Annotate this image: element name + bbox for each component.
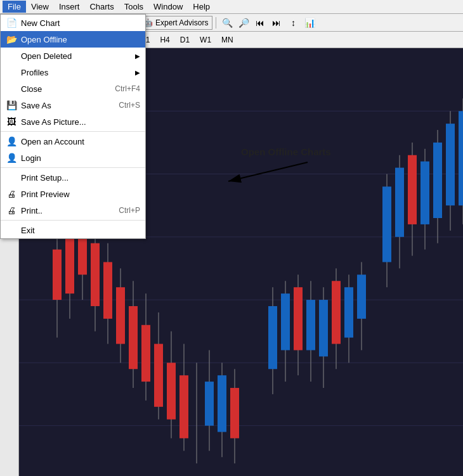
sep-after-print <box>1 220 145 221</box>
close-shortcut: Ctrl+F4 <box>115 84 140 93</box>
new-chart-icon: 📄 <box>6 17 17 29</box>
svg-rect-59 <box>421 162 429 224</box>
print-icon: 🖨 <box>6 205 17 216</box>
print-label: Print.. <box>21 206 42 215</box>
profiles-arrow: ▶ <box>135 69 140 76</box>
print-setup-label: Print Setup... <box>21 173 68 183</box>
svg-rect-27 <box>154 344 163 407</box>
svg-rect-61 <box>433 143 442 218</box>
svg-rect-25 <box>129 306 138 369</box>
svg-rect-28 <box>167 363 176 419</box>
svg-rect-39 <box>281 293 290 350</box>
exit-icon <box>6 224 17 236</box>
svg-rect-37 <box>268 306 277 369</box>
print-setup-icon <box>6 172 17 183</box>
menu-item-profiles[interactable]: Profiles ▶ <box>1 64 145 80</box>
svg-rect-57 <box>408 155 417 224</box>
open-deleted-arrow: ▶ <box>135 53 140 60</box>
open-account-label: Open an Account <box>21 137 84 146</box>
svg-rect-29 <box>179 375 188 438</box>
print-preview-icon: 🖨 <box>6 188 17 200</box>
menu-item-login[interactable]: 👤 Login <box>1 150 145 166</box>
profiles-icon <box>6 67 17 78</box>
save-as-shortcut: Ctrl+S <box>119 101 140 110</box>
svg-rect-55 <box>395 168 404 237</box>
svg-rect-43 <box>306 300 315 350</box>
menu-item-print-setup[interactable]: Print Setup... <box>1 169 145 186</box>
menu-charts[interactable]: Charts <box>84 1 119 13</box>
open-offline-label: Open Offline <box>21 35 67 44</box>
svg-rect-19 <box>53 250 62 300</box>
menu-item-save-as[interactable]: 💾 Save As Ctrl+S <box>1 97 145 113</box>
exit-label: Exit <box>21 226 35 235</box>
svg-rect-35 <box>230 388 239 438</box>
print-preview-label: Print Preview <box>21 190 70 199</box>
save-as-icon: 💾 <box>6 100 17 111</box>
svg-rect-41 <box>294 287 303 350</box>
menu-item-new-chart[interactable]: 📄 New Chart <box>1 15 145 31</box>
svg-rect-49 <box>344 287 353 337</box>
close-icon <box>6 83 17 94</box>
tf-w1[interactable]: W1 <box>196 34 215 46</box>
open-deleted-icon <box>6 50 17 61</box>
menu-item-print-preview[interactable]: 🖨 Print Preview <box>1 186 145 202</box>
menu-help[interactable]: Help <box>188 1 215 13</box>
menu-item-save-as-picture[interactable]: 🖼 Save As Picture... <box>1 113 145 130</box>
save-as-picture-label: Save As Picture... <box>21 117 86 127</box>
svg-rect-33 <box>218 375 226 432</box>
tf-h4[interactable]: H4 <box>156 34 173 46</box>
sep-after-login <box>1 167 145 168</box>
svg-rect-31 <box>205 382 214 425</box>
svg-rect-22 <box>91 243 100 306</box>
profiles-label: Profiles <box>21 68 48 77</box>
menu-item-open-offline[interactable]: 📂 Open Offline <box>1 31 145 48</box>
login-icon: 👤 <box>6 152 17 164</box>
sep3 <box>216 17 216 29</box>
menu-tools[interactable]: Tools <box>119 1 148 13</box>
menu-item-open-deleted[interactable]: Open Deleted ▶ <box>1 48 145 64</box>
arrows-icon[interactable]: ↕ <box>285 16 301 30</box>
svg-rect-65 <box>459 111 463 205</box>
open-offline-icon: 📂 <box>6 34 17 45</box>
file-dropdown-menu: 📄 New Chart 📂 Open Offline Open Deleted … <box>0 14 146 239</box>
menu-item-print[interactable]: 🖨 Print.. Ctrl+P <box>1 202 145 219</box>
sep-after-save-picture <box>1 131 145 132</box>
tf-mn[interactable]: MN <box>218 34 237 46</box>
menu-insert[interactable]: Insert <box>54 1 85 13</box>
svg-rect-53 <box>382 186 391 262</box>
period-icon[interactable]: 📊 <box>302 16 317 30</box>
svg-rect-63 <box>446 124 455 205</box>
svg-rect-24 <box>116 287 125 344</box>
print-shortcut: Ctrl+P <box>119 206 140 215</box>
tf-d1[interactable]: D1 <box>176 34 193 46</box>
menu-bar: File View Insert Charts Tools Window Hel… <box>0 0 463 14</box>
menu-item-open-account[interactable]: 👤 Open an Account <box>1 133 145 150</box>
chart-right-icon[interactable]: ⏭ <box>269 16 284 30</box>
svg-rect-51 <box>357 274 366 318</box>
chart-left-icon[interactable]: ⏮ <box>252 16 268 30</box>
new-chart-label: New Chart <box>21 18 60 28</box>
open-deleted-label: Open Deleted <box>21 51 72 61</box>
save-as-picture-icon: 🖼 <box>6 116 17 127</box>
close-label: Close <box>21 84 42 94</box>
svg-rect-45 <box>319 300 328 356</box>
ea-label: Expert Advisors <box>155 18 208 27</box>
menu-item-exit[interactable]: Exit <box>1 222 145 238</box>
svg-rect-20 <box>65 237 74 293</box>
menu-view[interactable]: View <box>26 1 54 13</box>
svg-rect-47 <box>332 281 341 344</box>
svg-rect-23 <box>103 262 112 319</box>
zoom-out-icon[interactable]: 🔎 <box>236 16 251 30</box>
save-as-label: Save As <box>21 101 51 110</box>
login-label: Login <box>21 153 41 163</box>
menu-item-close[interactable]: Close Ctrl+F4 <box>1 80 145 97</box>
expert-advisors-button[interactable]: 🤖 Expert Advisors <box>139 16 212 30</box>
menu-file[interactable]: File <box>3 1 26 13</box>
zoom-in-icon[interactable]: 🔍 <box>219 16 235 30</box>
svg-rect-26 <box>141 325 150 382</box>
menu-window[interactable]: Window <box>148 1 188 13</box>
open-account-icon: 👤 <box>6 136 17 147</box>
